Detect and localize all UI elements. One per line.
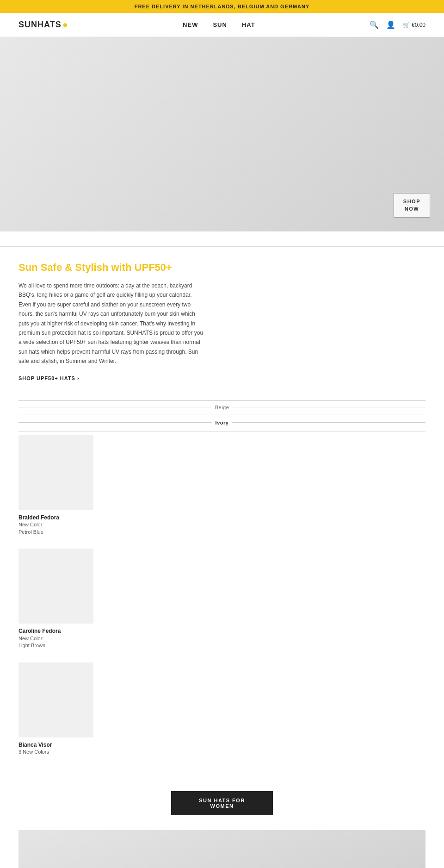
product-sub-braided-fedora: New Color: Petrol Blue (18, 521, 426, 536)
product-card-braided-fedora[interactable]: Braided Fedora New Color: Petrol Blue (18, 435, 426, 538)
nav-item-hat[interactable]: HAT (242, 21, 255, 28)
product-image-caroline-fedora (18, 549, 93, 624)
filter-label-beige[interactable]: Beige (215, 405, 229, 410)
top-banner: FREE DELIVERY IN NETHERLANDS, BELGIUM AN… (0, 0, 444, 13)
product-image-braided-fedora (18, 435, 93, 510)
nav-item-sun[interactable]: SUN (213, 21, 227, 28)
filter-line-left2 (18, 422, 212, 423)
shop-now-button[interactable]: SHOP NOW (394, 193, 430, 218)
filter-line-left (18, 407, 211, 407)
filter-row-ivory: Ivory (18, 418, 426, 427)
filter-divider-3 (18, 431, 426, 431)
filter-label-ivory[interactable]: Ivory (216, 418, 229, 427)
logo[interactable]: SUNHATS● (18, 19, 68, 30)
product-name-bianca-visor: Bianca Visor (18, 741, 426, 749)
filter-row-beige: Beige (18, 405, 426, 410)
big-product-image (18, 830, 426, 868)
product-sub-bianca-visor: 3 New Colors (18, 749, 426, 756)
content-heading: Sun Safe & Stylish with UPF50+ (18, 262, 204, 274)
filter-divider-1 (18, 400, 426, 401)
site-header: SUNHATS● NEW SUN HAT 🔍 👤 🛒 €0.00 (0, 13, 444, 37)
header-icons: 🔍 👤 🛒 €0.00 (370, 20, 426, 29)
cta-button[interactable]: SUN HATS FOR WOMEN (171, 791, 273, 815)
cart-badge[interactable]: 🛒 €0.00 (403, 22, 426, 28)
product-name-caroline-fedora: Caroline Fedora (18, 627, 426, 635)
product-image-bianca-visor (18, 662, 93, 737)
account-icon[interactable]: 👤 (386, 20, 395, 29)
product-card-caroline-fedora[interactable]: Caroline Fedora New Color: Light Brown (18, 549, 426, 651)
shop-upf-link[interactable]: SHOP UPF50+ HATS (18, 375, 80, 381)
filter-divider-2 (18, 414, 426, 414)
hero-image (0, 37, 444, 231)
logo-dot: ● (62, 19, 68, 30)
upf-content-section: Sun Safe & Stylish with UPF50+ We all lo… (0, 247, 222, 397)
content-body: We all love to spend more time outdoors:… (18, 281, 204, 366)
big-product-card[interactable]: HOUSE OF ORD · CAPE TOWN Ava Bucket €49.… (18, 830, 426, 868)
product-name-braided-fedora: Braided Fedora (18, 514, 426, 522)
hero-section: SHOP NOW (0, 37, 444, 231)
banner-text: FREE DELIVERY IN NETHERLANDS, BELGIUM AN… (135, 4, 310, 9)
product-info-braided-fedora: Braided Fedora New Color: Petrol Blue (18, 510, 426, 538)
cta-section: SUN HATS FOR WOMEN (0, 784, 444, 830)
logo-text: SUNHATS (18, 20, 62, 30)
product-info-bianca-visor: Bianca Visor 3 New Colors (18, 737, 426, 758)
search-icon[interactable]: 🔍 (370, 20, 379, 29)
filter-line-right2 (232, 422, 426, 423)
product-card-bianca-visor[interactable]: Bianca Visor 3 New Colors (18, 662, 426, 758)
product-info-caroline-fedora: Caroline Fedora New Color: Light Brown (18, 624, 426, 651)
cart-icon: 🛒 (403, 22, 410, 28)
main-nav: NEW SUN HAT (183, 21, 255, 28)
product-sub-caroline-fedora: New Color: Light Brown (18, 635, 426, 649)
products-section: Braided Fedora New Color: Petrol Blue Ca… (0, 435, 444, 784)
cart-amount: €0.00 (412, 22, 426, 28)
filter-line-right (233, 407, 426, 407)
nav-item-new[interactable]: NEW (183, 21, 198, 28)
filter-area: Beige Ivory (0, 400, 444, 431)
